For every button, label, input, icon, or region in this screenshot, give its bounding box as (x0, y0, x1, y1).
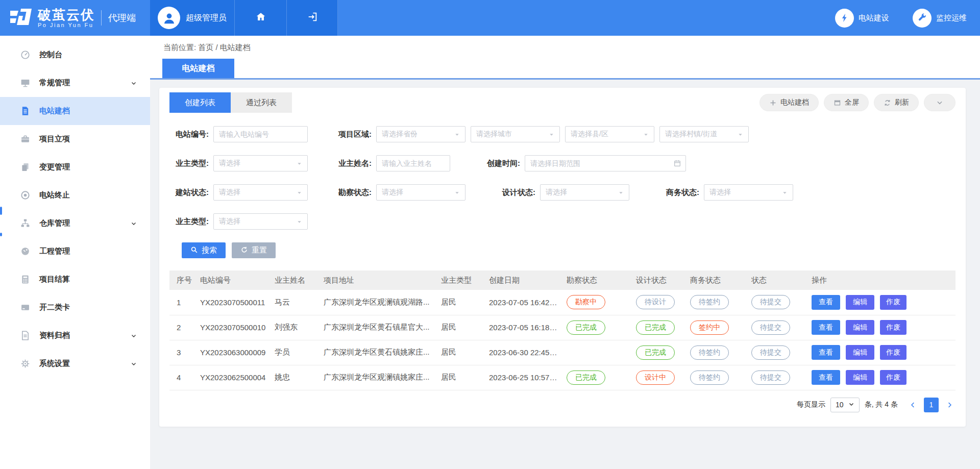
sidebar-item-station-archive[interactable]: 电站建档 (0, 97, 150, 125)
survey-status-select[interactable]: 请选择 (376, 184, 465, 201)
next-page-button[interactable] (944, 401, 955, 409)
portal-label: 代理端 (101, 10, 136, 26)
sitemap-icon (19, 218, 31, 229)
chevron-down-icon (131, 80, 137, 86)
county-select[interactable]: 请选择县/区 (565, 126, 654, 142)
fullscreen-icon (834, 99, 841, 107)
sidebar-scrollbar-thumb[interactable] (0, 207, 2, 215)
province-select[interactable]: 请选择省份 (376, 126, 465, 142)
view-button[interactable]: 查看 (812, 345, 840, 360)
archive-icon (19, 330, 31, 341)
page-1-button[interactable]: 1 (924, 398, 939, 412)
caret-down-icon (454, 132, 460, 137)
wrench-icon (913, 9, 932, 28)
document-icon (19, 106, 31, 117)
chevron-down-icon (131, 333, 137, 339)
caret-down-icon (297, 161, 302, 166)
nav-monitoring-ops[interactable]: 监控运维 (913, 9, 967, 28)
prev-page-button[interactable] (907, 401, 919, 409)
void-button[interactable]: 作废 (880, 345, 906, 360)
dashboard-icon (19, 50, 31, 61)
nav-station-construction[interactable]: 电站建设 (835, 9, 889, 28)
chevron-down-icon (936, 99, 943, 106)
lightning-icon (835, 9, 854, 28)
per-page-label: 每页显示 (797, 400, 825, 409)
sidebar-item-warehouse-management[interactable]: 仓库管理 (0, 209, 150, 237)
home-button[interactable] (235, 0, 287, 36)
caret-down-icon (297, 219, 302, 225)
brand-title: 破茧云伏 (38, 8, 95, 22)
void-button[interactable]: 作废 (880, 295, 906, 310)
sidebar-item-change-management[interactable]: 变更管理 (0, 153, 150, 181)
stop-circle-icon (19, 190, 31, 201)
edit-button[interactable]: 编辑 (846, 320, 874, 335)
reset-button[interactable]: 重置 (232, 242, 276, 258)
status-badge: 待提交 (751, 345, 790, 360)
calculator-icon (19, 274, 31, 285)
build-status-select[interactable]: 请选择 (213, 184, 308, 201)
tab-passed-list[interactable]: 通过列表 (231, 92, 292, 113)
edit-button[interactable]: 编辑 (846, 370, 874, 385)
design-status-badge: 已完成 (636, 320, 675, 335)
date-range-input[interactable] (525, 155, 686, 171)
survey-status-badge: 已完成 (567, 320, 605, 335)
fullscreen-button[interactable]: 全屏 (824, 94, 869, 111)
sidebar-item-project-settlement[interactable]: 项目结算 (0, 265, 150, 293)
view-button[interactable]: 查看 (812, 295, 840, 310)
breadcrumb-home-link[interactable]: 首页 (198, 43, 213, 52)
survey-status-badge: 已完成 (567, 371, 605, 385)
sidebar-item-station-termination[interactable]: 电站终止 (0, 181, 150, 209)
tab-create-list[interactable]: 创建列表 (169, 92, 231, 113)
design-status-select[interactable]: 请选择 (540, 184, 629, 201)
sidebar-item-system-settings[interactable]: 系统设置 (0, 350, 150, 378)
sidebar-item-open-type2-card[interactable]: 开二类卡 (0, 293, 150, 322)
owner-name-input[interactable] (376, 155, 450, 171)
chevron-down-icon (131, 220, 137, 227)
design-status-badge: 设计中 (636, 371, 675, 385)
business-status-badge: 待签约 (690, 371, 729, 385)
add-station-button[interactable]: 电站建档 (760, 94, 819, 111)
refresh-icon (884, 99, 891, 107)
station-code-input[interactable] (213, 126, 308, 142)
monitor-icon (19, 78, 31, 89)
view-button[interactable]: 查看 (812, 370, 840, 385)
logout-icon (307, 11, 318, 24)
app-header: 破茧云伏 Po Jian Yun Fu 代理端 超级管理员 (0, 0, 980, 36)
home-icon (255, 11, 266, 24)
search-button[interactable]: 搜索 (182, 242, 226, 258)
page-tab-station-archive[interactable]: 电站建档 (162, 59, 234, 78)
sidebar-item-data-archive[interactable]: 资料归档 (0, 322, 150, 350)
void-button[interactable]: 作废 (880, 320, 906, 335)
business-status-badge: 待签约 (690, 295, 729, 309)
copy-icon (19, 162, 31, 173)
collapse-toolbar-button[interactable] (924, 94, 955, 111)
void-button[interactable]: 作废 (880, 370, 906, 385)
sidebar-item-console[interactable]: 控制台 (0, 41, 150, 69)
sidebar-scrollbar-thumb[interactable] (0, 233, 2, 236)
brand-logo[interactable]: 破茧云伏 Po Jian Yun Fu 代理端 (0, 0, 150, 36)
city-select[interactable]: 请选择城市 (471, 126, 560, 142)
table-row: 3 YX2023063000009 学员 广东深圳龙华区黄石镇姚家庄... 居民… (169, 340, 955, 365)
sidebar-item-project-initiation[interactable]: 项目立项 (0, 125, 150, 153)
edit-button[interactable]: 编辑 (846, 345, 874, 360)
sidebar-item-general-management[interactable]: 常规管理 (0, 69, 150, 97)
user-name: 超级管理员 (186, 13, 227, 23)
business-status-select[interactable]: 请选择 (704, 184, 793, 201)
table-row: 2 YX2023070500010 刘强东 广东深圳龙华区黄石镇星官大... 居… (169, 315, 955, 340)
current-user[interactable]: 超级管理员 (150, 0, 235, 36)
edit-button[interactable]: 编辑 (846, 295, 874, 310)
caret-down-icon (738, 132, 743, 137)
per-page-select[interactable]: 10 (830, 398, 860, 412)
logout-button[interactable] (287, 0, 338, 36)
village-select[interactable]: 请选择村镇/街道 (659, 126, 749, 142)
status-badge: 待提交 (751, 320, 790, 335)
owner-type-select[interactable]: 请选择 (213, 155, 308, 171)
settings-icon (19, 358, 31, 369)
view-button[interactable]: 查看 (812, 320, 840, 335)
caret-down-icon (297, 190, 302, 195)
refresh-button[interactable]: 刷新 (874, 94, 919, 111)
owner-type2-select[interactable]: 请选择 (213, 213, 308, 230)
sidebar-item-engineering-management[interactable]: 工程管理 (0, 237, 150, 265)
business-status-badge: 待签约 (690, 345, 729, 360)
caret-down-icon (549, 132, 554, 137)
